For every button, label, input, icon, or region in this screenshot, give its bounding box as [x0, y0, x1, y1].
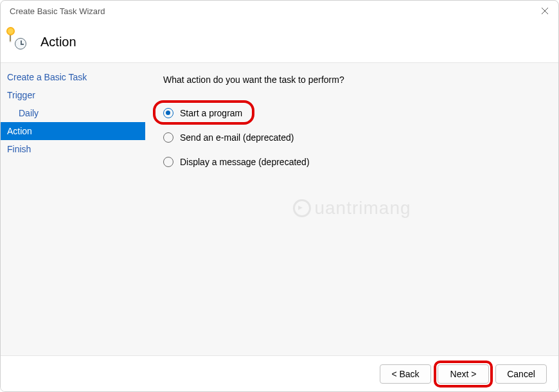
action-options: Start a program Send an e-mail (deprecat…: [163, 105, 543, 170]
radio-send-email[interactable]: [163, 132, 173, 143]
back-button-label: < Back: [391, 369, 419, 379]
step-action[interactable]: Action: [1, 122, 145, 140]
step-trigger-daily[interactable]: Daily: [1, 104, 145, 122]
watermark-text: uantrimang: [314, 198, 411, 218]
cancel-button-label: Cancel: [507, 369, 535, 379]
wizard-body: Create a Basic Task Trigger Daily Action…: [1, 62, 558, 355]
option-send-email[interactable]: Send an e-mail (deprecated): [163, 130, 543, 145]
next-button[interactable]: Next >: [438, 364, 489, 384]
option-label: Start a program: [180, 108, 242, 118]
step-create-basic-task[interactable]: Create a Basic Task: [1, 68, 145, 86]
watermark: uantrimang: [292, 198, 411, 218]
option-display-message[interactable]: Display a message (deprecated): [163, 154, 543, 170]
next-button-label: Next >: [450, 369, 477, 379]
wizard-icon: [10, 31, 31, 53]
option-start-program[interactable]: Start a program: [163, 105, 543, 121]
wizard-header: Action: [1, 21, 558, 62]
window-title: Create Basic Task Wizard: [10, 6, 105, 16]
step-sidebar: Create a Basic Task Trigger Daily Action…: [1, 63, 145, 355]
step-finish[interactable]: Finish: [1, 140, 145, 158]
option-label: Display a message (deprecated): [180, 157, 310, 167]
watermark-icon: [292, 199, 310, 217]
content-pane: What action do you want the task to perf…: [145, 63, 558, 355]
radio-start-program[interactable]: [163, 108, 173, 118]
action-prompt: What action do you want the task to perf…: [163, 75, 543, 85]
option-label: Send an e-mail (deprecated): [180, 132, 294, 143]
radio-display-message[interactable]: [163, 157, 173, 167]
calendar-clock-icon: [10, 30, 11, 42]
wizard-window: Create Basic Task Wizard Action Create a…: [0, 0, 559, 392]
back-button[interactable]: < Back: [380, 364, 431, 384]
titlebar: Create Basic Task Wizard: [1, 1, 558, 21]
wizard-footer: < Back Next > Cancel: [1, 355, 558, 391]
page-title: Action: [40, 35, 76, 49]
close-button[interactable]: [540, 6, 549, 15]
cancel-button[interactable]: Cancel: [495, 364, 547, 384]
step-trigger[interactable]: Trigger: [1, 86, 145, 104]
close-icon: [541, 7, 549, 15]
